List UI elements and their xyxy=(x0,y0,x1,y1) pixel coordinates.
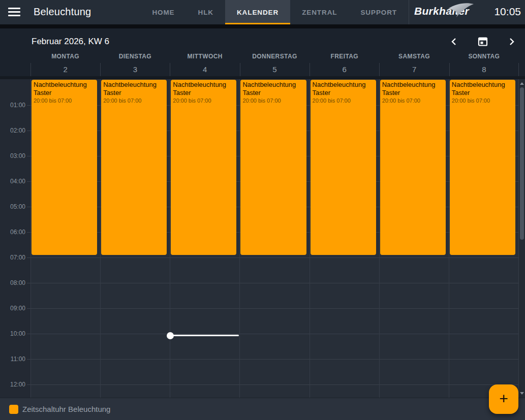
chevron-left-icon xyxy=(451,38,457,46)
burkhalter-logo: Burkhalter xyxy=(414,0,475,24)
calendar-event[interactable]: Nachtbeleuchtung Taster 20:00 bis 07:00 xyxy=(240,80,306,255)
tab-hlk[interactable]: HLK xyxy=(186,0,225,24)
time-label: 01:00 xyxy=(0,101,25,110)
time-label: 10:00 xyxy=(0,329,25,338)
legend-label: Zeitschaltuhr Beleuchtung xyxy=(22,405,110,413)
time-label: 04:00 xyxy=(0,177,25,186)
day-header-sonntag: SONNTAG 8 xyxy=(449,53,519,74)
prev-week-button[interactable] xyxy=(447,35,461,49)
hour-ticks xyxy=(27,105,30,385)
app-bar: Beleuchtung HOME HLK KALENDER ZENTRAL SU… xyxy=(0,0,525,24)
day-header-dienstag: DIENSTAG 3 xyxy=(100,53,170,74)
plus-icon: + xyxy=(499,391,508,406)
day-header-samstag: SAMSTAG 7 xyxy=(379,53,449,74)
scroll-down-arrow[interactable] xyxy=(520,392,524,395)
page-title: Beleuchtung xyxy=(34,6,91,18)
week-grid: 01:00 02:00 03:00 04:00 05:00 06:00 07:0… xyxy=(0,76,525,398)
calendar-event[interactable]: Nachtbeleuchtung Taster 20:00 bis 07:00 xyxy=(32,80,97,255)
day-columns: Nachtbeleuchtung Taster 20:00 bis 07:00 … xyxy=(30,79,519,398)
time-label: 05:00 xyxy=(0,202,25,211)
time-label: 02:00 xyxy=(0,126,25,135)
calendar-header: Februar 2026, KW 6 MONTAG 2 DIENSTAG 3 xyxy=(0,24,525,76)
time-label: 03:00 xyxy=(0,151,25,160)
day-column-montag[interactable]: Nachtbeleuchtung Taster 20:00 bis 07:00 xyxy=(30,79,100,398)
tab-kalender[interactable]: KALENDER xyxy=(225,0,290,24)
chevron-right-icon xyxy=(509,38,515,46)
day-header-montag: MONTAG 2 xyxy=(30,53,100,74)
day-header-mittwoch: MITTWOCH 4 xyxy=(170,53,240,74)
nav-tabs: HOME HLK KALENDER ZENTRAL SUPPORT xyxy=(140,0,409,24)
legend-bar: Zeitschaltuhr Beleuchtung xyxy=(0,398,525,420)
scroll-up-arrow[interactable] xyxy=(520,82,524,85)
vertical-scrollbar[interactable] xyxy=(519,79,525,398)
time-label: 06:00 xyxy=(0,228,25,237)
calendar-event[interactable]: Nachtbeleuchtung Taster 20:00 bis 07:00 xyxy=(450,80,515,255)
legend-color-swatch xyxy=(9,405,18,414)
day-column-donnerstag[interactable]: Nachtbeleuchtung Taster 20:00 bis 07:00 xyxy=(239,79,309,398)
current-time-line xyxy=(170,335,239,336)
day-header-freitag: FREITAG 6 xyxy=(310,53,379,74)
scrollbar-thumb[interactable] xyxy=(520,87,524,240)
time-label: 08:00 xyxy=(0,278,25,287)
clock: 10:05 xyxy=(494,6,521,18)
hamburger-menu-icon[interactable] xyxy=(8,8,20,17)
time-label: 07:00 xyxy=(0,253,25,262)
add-event-button[interactable]: + xyxy=(489,384,518,414)
day-column-freitag[interactable]: Nachtbeleuchtung Taster 20:00 bis 07:00 xyxy=(310,79,379,398)
swoosh-icon xyxy=(448,1,474,22)
tab-home[interactable]: HOME xyxy=(140,0,186,24)
today-button[interactable] xyxy=(476,35,490,49)
time-label: 11:00 xyxy=(0,354,25,364)
week-title: Februar 2026, KW 6 xyxy=(32,37,109,47)
calendar-event[interactable]: Nachtbeleuchtung Taster 20:00 bis 07:00 xyxy=(171,80,236,255)
current-time-dot xyxy=(167,332,174,339)
next-week-button[interactable] xyxy=(505,35,519,49)
calendar-event[interactable]: Nachtbeleuchtung Taster 20:00 bis 07:00 xyxy=(311,80,376,255)
calendar-event[interactable]: Nachtbeleuchtung Taster 20:00 bis 07:00 xyxy=(101,80,167,255)
day-column-dienstag[interactable]: Nachtbeleuchtung Taster 20:00 bis 07:00 xyxy=(100,79,170,398)
screen: Beleuchtung HOME HLK KALENDER ZENTRAL SU… xyxy=(0,0,525,420)
day-header-donnerstag: DONNERSTAG 5 xyxy=(240,53,310,74)
calendar-event[interactable]: Nachtbeleuchtung Taster 20:00 bis 07:00 xyxy=(380,80,446,255)
day-column-samstag[interactable]: Nachtbeleuchtung Taster 20:00 bis 07:00 xyxy=(379,79,449,398)
tab-support[interactable]: SUPPORT xyxy=(349,0,409,24)
day-column-mittwoch[interactable]: Nachtbeleuchtung Taster 20:00 bis 07:00 xyxy=(170,79,239,398)
time-label: 12:00 xyxy=(0,380,25,389)
divider xyxy=(409,0,409,24)
tab-zentral[interactable]: ZENTRAL xyxy=(290,0,349,24)
time-label: 09:00 xyxy=(0,304,25,313)
day-column-sonntag[interactable]: Nachtbeleuchtung Taster 20:00 bis 07:00 xyxy=(449,79,518,398)
calendar-icon xyxy=(478,37,488,47)
